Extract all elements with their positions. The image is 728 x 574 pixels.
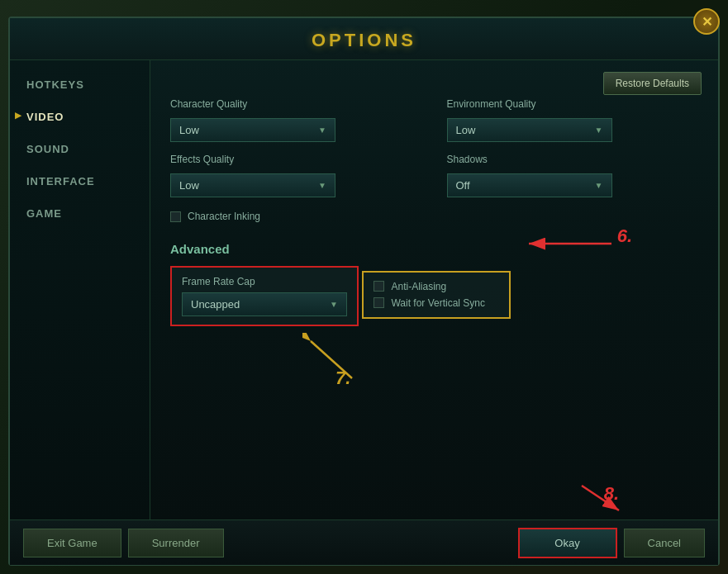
environment-quality-dropdown[interactable]: Low ▼ [447,118,612,142]
effects-quality-item: Effects Quality Low ▼ [170,154,422,197]
sidebar-item-interface[interactable]: INTERFACE [10,165,150,197]
anti-aliasing-checkbox[interactable] [374,281,384,292]
frame-rate-cap-dropdown[interactable]: Uncapped ▼ [182,292,347,316]
close-icon: ✕ [702,14,712,30]
character-quality-label: Character Quality [170,98,422,110]
vsync-checkbox[interactable] [374,297,384,308]
okay-button[interactable]: Okay [518,528,617,558]
character-quality-item: Character Quality Low ▼ [170,98,422,142]
environment-quality-item: Environment Quality Low ▼ [447,98,699,142]
arrow-7-svg [302,333,369,382]
anti-aliasing-row: Anti-Aliasing [374,281,499,292]
exit-game-button[interactable]: Exit Game [23,529,121,557]
sidebar-item-video[interactable]: VIDEO [10,101,150,133]
surrender-button[interactable]: Surrender [128,529,224,557]
shadows-dropdown[interactable]: Off ▼ [447,173,612,197]
sidebar-item-sound[interactable]: SOUND [10,133,150,165]
effects-quality-dropdown[interactable]: Low ▼ [170,173,335,197]
cancel-button[interactable]: Cancel [624,529,705,557]
dialog-title: OPTIONS [312,30,416,50]
environment-quality-label: Environment Quality [447,98,699,110]
game-background: ✕ OPTIONS HOTKEYS VIDEO SOUND INTERFACE [0,0,728,574]
character-quality-arrow: ▼ [318,126,326,135]
character-inking-row: Character Inking [170,211,698,222]
main-layout: HOTKEYS VIDEO SOUND INTERFACE GAME Rest [10,60,718,519]
sidebar-item-hotkeys[interactable]: HOTKEYS [10,69,150,101]
vsync-row: Wait for Vertical Sync [374,297,499,309]
effects-quality-arrow: ▼ [318,181,326,190]
shadows-arrow: ▼ [595,181,603,190]
sidebar: HOTKEYS VIDEO SOUND INTERFACE GAME [10,60,150,519]
frame-rate-dropdown-arrow: ▼ [330,300,338,309]
restore-defaults-button[interactable]: Restore Defaults [603,72,702,95]
svg-line-3 [311,341,352,378]
frame-rate-cap-section: Frame Rate Cap Uncapped ▼ [170,266,359,326]
shadows-item: Shadows Off ▼ [447,154,699,197]
arrow-6-svg [521,227,620,260]
options-dialog: OPTIONS HOTKEYS VIDEO SOUND INTERFACE [8,17,720,566]
character-inking-label: Character Inking [188,211,260,222]
sidebar-item-game[interactable]: GAME [10,197,150,230]
quality-grid: Character Quality Low ▼ Environment Qual… [170,98,698,197]
effects-quality-label: Effects Quality [170,154,422,165]
shadows-label: Shadows [447,154,699,165]
checkboxes-section: Anti-Aliasing Wait for Vertical Sync [362,271,511,319]
bottom-bar: Exit Game Surrender Okay Cancel [10,519,718,565]
character-quality-dropdown[interactable]: Low ▼ [170,118,335,142]
anti-aliasing-label: Anti-Aliasing [391,281,446,292]
environment-quality-arrow: ▼ [595,126,603,135]
vsync-label: Wait for Vertical Sync [391,297,485,309]
character-inking-checkbox[interactable] [170,211,181,222]
frame-rate-cap-label: Frame Rate Cap [182,276,347,287]
content-area: Restore Defaults Character Quality Low ▼… [150,60,718,519]
advanced-section: Advanced Frame Rate Cap Uncapped ▼ 6. [170,242,698,339]
close-button[interactable]: ✕ [693,8,720,35]
title-bar: OPTIONS [10,18,718,60]
